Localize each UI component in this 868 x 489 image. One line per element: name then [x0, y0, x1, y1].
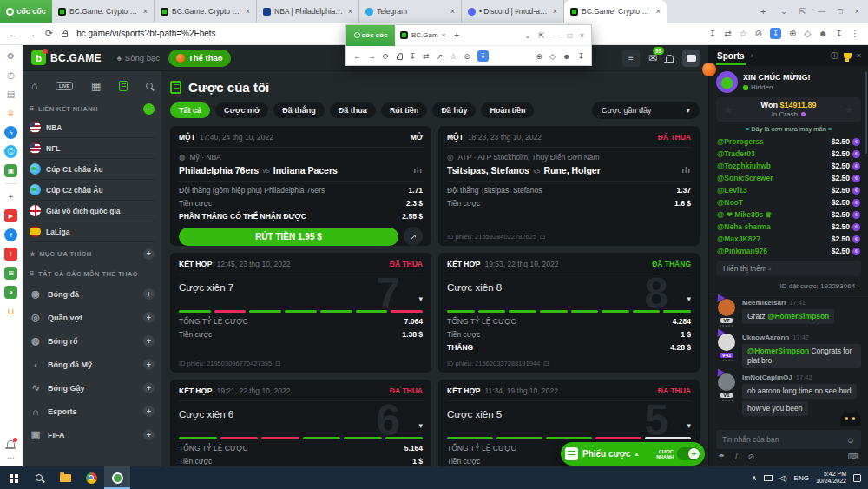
- winner-name[interactable]: @Pinkman976: [717, 247, 767, 255]
- translate-icon[interactable]: ⇄: [724, 29, 731, 38]
- network-icon[interactable]: [764, 475, 773, 481]
- action-center-icon[interactable]: [853, 474, 861, 482]
- adblock-icon[interactable]: ⊘: [755, 29, 762, 38]
- quick-link-item[interactable]: LaLiga: [30, 221, 155, 242]
- mention[interactable]: @HomerSimpson: [767, 312, 829, 320]
- bet-card-combo-won[interactable]: KẾT HỢP 19:53, 22 thg 10, 2022 ĐÃ THẮNG …: [438, 253, 700, 373]
- trophy-icon[interactable]: [844, 53, 852, 59]
- transactions-icon[interactable]: ≡: [622, 50, 640, 67]
- expand-sport-button[interactable]: +: [143, 382, 155, 393]
- schedule-icon[interactable]: ▦: [91, 80, 101, 92]
- mini-tab[interactable]: BC.Gam ×: [395, 31, 450, 39]
- sport-item[interactable]: ◖ Bóng đá Mỹ +: [30, 353, 155, 376]
- share-icon[interactable]: ↗: [437, 52, 444, 61]
- quick-link-item[interactable]: NBA: [30, 117, 155, 138]
- expand-sport-button[interactable]: +: [143, 288, 155, 300]
- language-indicator[interactable]: ENG: [794, 474, 809, 482]
- quick-link-item[interactable]: Giải vô địch quốc gia: [30, 201, 155, 221]
- filter-chip[interactable]: Đã thua: [330, 102, 376, 118]
- filter-chip[interactable]: Hoàn tiền: [481, 102, 534, 118]
- minimize-button[interactable]: —: [552, 31, 560, 40]
- tab-close-icon[interactable]: ×: [348, 7, 352, 16]
- sport-item[interactable]: ◉ Bóng đá +: [30, 282, 155, 306]
- rail-icon[interactable]: ▤: [4, 88, 17, 101]
- winner-row[interactable]: @Prorogerss $2.50 ¢: [717, 135, 860, 148]
- expand-combo-icon[interactable]: ▾: [687, 421, 691, 430]
- sport-item[interactable]: ∿ Bóng Gậy +: [30, 376, 155, 400]
- winner-name[interactable]: @Tozphkiuhwb: [717, 162, 771, 170]
- betslip-button[interactable]: Phiếu cược ▴ CƯỢC NHANH +: [561, 442, 705, 466]
- expand-sport-button[interactable]: +: [143, 359, 155, 370]
- rail-icon[interactable]: f: [4, 228, 17, 241]
- winner-name[interactable]: @MaxJK827: [717, 235, 760, 243]
- tab-close-icon[interactable]: ×: [450, 7, 455, 16]
- rules-icon[interactable]: ⊘: [748, 453, 755, 461]
- tab-close-icon[interactable]: ×: [656, 7, 661, 16]
- mini-browser-window[interactable]: cốc cốc BC.Gam × + ⌄ ⇱ — □ × ← → ⟳ ↧ ⇄ ↗: [345, 24, 592, 66]
- sport-item[interactable]: ◎ Quần vợt +: [30, 306, 155, 329]
- browser-tab[interactable]: BC.Game: Crypto Casino Gam ×: [564, 0, 667, 23]
- avatar[interactable]: [718, 373, 735, 391]
- idm-extension-icon[interactable]: ↧: [770, 28, 781, 39]
- browser-tab[interactable]: Telegram ×: [359, 0, 462, 23]
- profile-icon[interactable]: ☻: [562, 52, 570, 61]
- profile-icon[interactable]: ☻: [819, 29, 828, 38]
- rail-icon[interactable]: ◷: [4, 69, 17, 82]
- collapse-button[interactable]: –: [143, 103, 155, 115]
- nav-sports[interactable]: Thể thao: [168, 50, 231, 67]
- new-tab-button[interactable]: +: [754, 6, 772, 17]
- idm-extension-icon[interactable]: ↧: [477, 50, 489, 62]
- quick-bet-toggle[interactable]: CƯỢC NHANH +: [656, 447, 700, 460]
- reload-button[interactable]: ⟳: [45, 28, 53, 39]
- cashout-button[interactable]: RÚT TIỀN 1.95 $: [179, 228, 398, 246]
- tab-close-icon[interactable]: ×: [442, 31, 446, 39]
- copy-icon[interactable]: ⊡: [543, 360, 549, 367]
- extension-icon[interactable]: ◇: [549, 52, 556, 61]
- back-button[interactable]: ←: [9, 29, 18, 39]
- winner-name[interactable]: @Trader03: [717, 149, 755, 158]
- download-icon[interactable]: ↧: [709, 29, 716, 38]
- chrome-icon[interactable]: [78, 466, 104, 489]
- filter-chip[interactable]: Rút tiền: [381, 102, 428, 118]
- chat-channel-tab[interactable]: Sports: [716, 51, 746, 61]
- close-button[interactable]: ×: [855, 7, 859, 16]
- notification-bell-icon[interactable]: [7, 440, 15, 447]
- toggle-switch[interactable]: +: [677, 447, 700, 460]
- tab-close-icon[interactable]: ×: [553, 7, 557, 16]
- bet-card-single-open[interactable]: MỘT 17:40, 24 thg 10, 2022 MỞ ◍ Mỹ · NBA…: [170, 126, 431, 246]
- browser-tab[interactable]: • Discord | #mod-announc ×: [462, 0, 564, 23]
- new-tab-button[interactable]: +: [450, 30, 463, 40]
- bet-card-single-lost[interactable]: MỘT 18:23, 23 thg 10, 2022 ĐÃ THUA ◎ ATP…: [438, 126, 700, 246]
- coccoc-taskbar-icon[interactable]: [104, 466, 130, 489]
- close-chat-icon[interactable]: ×: [857, 51, 861, 60]
- winner-name[interactable]: @SonicScrewer: [717, 174, 773, 182]
- rail-icon[interactable]: ♕: [4, 107, 17, 120]
- quick-link-item[interactable]: NFL: [30, 138, 155, 159]
- forward-button[interactable]: →: [27, 29, 36, 39]
- chat-toggle[interactable]: [682, 50, 700, 67]
- home-icon[interactable]: ⌂: [31, 80, 37, 92]
- close-button[interactable]: ×: [580, 31, 584, 40]
- downloads-icon[interactable]: ↧: [836, 29, 843, 38]
- my-bets-icon[interactable]: [119, 81, 128, 91]
- rail-icon[interactable]: ▶: [4, 209, 17, 222]
- taskbar-clock[interactable]: 5:42 PM 10/24/2022: [816, 471, 846, 485]
- rail-more-icon[interactable]: ⋯: [7, 453, 15, 462]
- winner-name[interactable]: @Prorogerss: [717, 137, 764, 146]
- rail-icon[interactable]: ϟ: [4, 126, 17, 139]
- rail-icon[interactable]: ▣: [4, 164, 17, 177]
- rail-icon[interactable]: ⚙: [4, 50, 17, 63]
- winner-row[interactable]: @Neha sharma $2.50 ¢: [717, 221, 860, 233]
- winner-row[interactable]: @NooT $2.50 ¢: [717, 196, 860, 208]
- info-icon[interactable]: ⓘ: [831, 50, 838, 62]
- tab-close-icon[interactable]: ×: [143, 7, 148, 16]
- avatar[interactable]: [718, 299, 735, 316]
- winner-row[interactable]: @Trader03 $2.50 ¢: [717, 148, 860, 160]
- chat-username[interactable]: ImNotCapImOJ: [742, 373, 792, 381]
- browser-menu-icon[interactable]: ⋮: [851, 29, 859, 38]
- teams-row[interactable]: Philadelphia 76ers vs Indiana Pacers ılı: [179, 165, 423, 182]
- winner-row[interactable]: @ ❤ Mike39s ♛ $2.50 ¢: [717, 208, 860, 221]
- winner-row[interactable]: @SonicScrewer $2.50 ¢: [717, 172, 860, 184]
- winner-row[interactable]: @MaxJK827 $2.50 ¢: [717, 233, 860, 245]
- browser-tab[interactable]: BC.Game: Crypto Casino Gam ×: [155, 0, 257, 23]
